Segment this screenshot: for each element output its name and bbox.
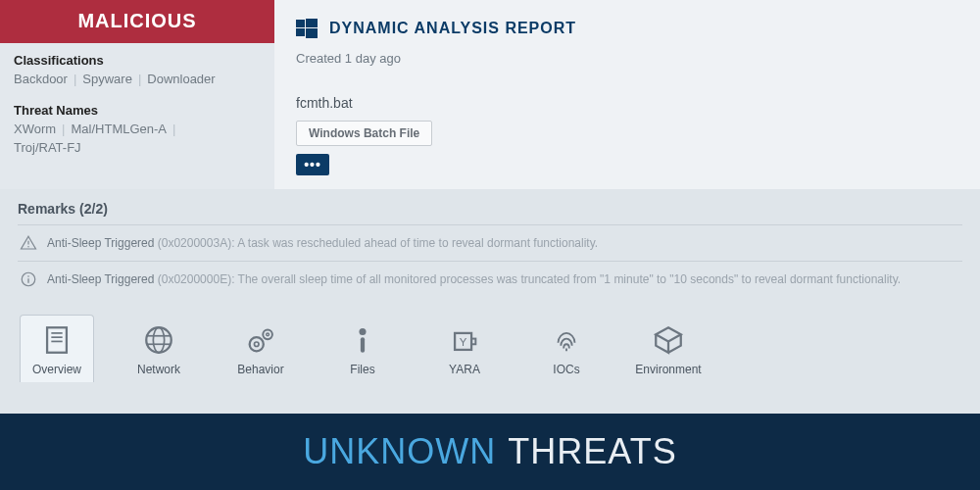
remarks-section: Remarks (2/2) Anti-Sleep Triggered (0x02… bbox=[0, 189, 980, 303]
created-timestamp: Created 1 day ago bbox=[296, 51, 958, 66]
svg-rect-22 bbox=[361, 337, 365, 353]
more-actions-button[interactable]: ••• bbox=[296, 154, 329, 175]
tab-label: IOCs bbox=[553, 363, 579, 376]
windows-icon bbox=[296, 18, 318, 39]
remark-text: A task was rescheduled ahead of time to … bbox=[237, 236, 598, 250]
tab-label: Files bbox=[350, 363, 374, 376]
svg-point-13 bbox=[146, 327, 172, 353]
svg-text:Y: Y bbox=[460, 336, 467, 348]
report-panel: DYNAMIC ANALYSIS REPORT Created 1 day ag… bbox=[274, 0, 980, 189]
tab-label: Behavior bbox=[237, 363, 283, 376]
remark-row: Anti-Sleep Triggered (0x0200000E): The o… bbox=[18, 261, 962, 297]
remarks-header: Remarks (2/2) bbox=[18, 201, 962, 217]
document-icon bbox=[40, 323, 74, 357]
svg-point-18 bbox=[254, 342, 259, 347]
threat-name-item[interactable]: Mal/HTMLGen-A bbox=[72, 122, 168, 136]
cube-icon bbox=[652, 323, 685, 357]
threat-name-item[interactable]: XWorm bbox=[14, 122, 56, 136]
footer-word-2: THREATS bbox=[508, 431, 676, 472]
svg-rect-3 bbox=[306, 28, 318, 38]
svg-rect-0 bbox=[296, 20, 305, 27]
remark-code: (0x0200003A): bbox=[158, 236, 235, 250]
remark-title: Anti-Sleep Triggered bbox=[47, 272, 154, 286]
tab-label: Overview bbox=[32, 363, 81, 376]
svg-point-20 bbox=[267, 333, 270, 336]
svg-rect-1 bbox=[306, 19, 318, 27]
report-title: DYNAMIC ANALYSIS REPORT bbox=[329, 20, 576, 37]
verdict-badge: MALICIOUS bbox=[0, 0, 274, 43]
threat-name-item[interactable]: Troj/RAT-FJ bbox=[14, 140, 81, 155]
tab-files[interactable]: Files bbox=[325, 316, 400, 382]
remark-title: Anti-Sleep Triggered bbox=[47, 236, 154, 250]
classifications-label: Classifications bbox=[14, 53, 261, 68]
footer-banner: UNKNOWN THREATS bbox=[0, 414, 980, 490]
remark-row: Anti-Sleep Triggered (0x0200003A): A tas… bbox=[18, 224, 962, 261]
info-icon bbox=[20, 270, 37, 288]
classification-item[interactable]: Downloader bbox=[147, 72, 215, 86]
classifications-values: Backdoor|Spyware|Downloader bbox=[14, 70, 261, 89]
tab-label: YARA bbox=[449, 363, 480, 376]
remark-code: (0x0200000E): bbox=[158, 272, 235, 286]
tab-iocs[interactable]: IOCs bbox=[529, 316, 604, 382]
filetype-badge: Windows Batch File bbox=[296, 121, 432, 146]
tab-network[interactable]: Network bbox=[122, 316, 196, 382]
gears-icon bbox=[244, 323, 277, 357]
tab-label: Environment bbox=[635, 363, 701, 376]
verdict-panel: MALICIOUS Classifications Backdoor|Spywa… bbox=[0, 0, 274, 189]
tab-environment[interactable]: Environment bbox=[631, 316, 706, 382]
tab-label: Network bbox=[137, 363, 180, 376]
filename: fcmth.bat bbox=[296, 95, 958, 111]
footer-word-1: UNKNOWN bbox=[303, 431, 496, 472]
info-icon bbox=[346, 323, 379, 357]
tab-behavior[interactable]: Behavior bbox=[223, 316, 298, 382]
remark-text: The overall sleep time of all monitored … bbox=[238, 272, 901, 286]
svg-point-17 bbox=[250, 337, 264, 351]
classification-item[interactable]: Spyware bbox=[82, 72, 132, 86]
svg-rect-2 bbox=[296, 28, 305, 36]
fingerprint-icon bbox=[550, 323, 583, 357]
tab-overview[interactable]: Overview bbox=[20, 315, 94, 382]
globe-icon bbox=[142, 323, 175, 357]
threat-names-values: XWorm|Mal/HTMLGen-A|Troj/RAT-FJ bbox=[14, 120, 261, 158]
svg-point-14 bbox=[153, 327, 164, 353]
threat-names-label: Threat Names bbox=[14, 103, 261, 118]
svg-rect-9 bbox=[47, 327, 67, 353]
tabs-row: Overview Network Behavior Files Y YARA I… bbox=[0, 303, 980, 390]
svg-point-19 bbox=[263, 330, 272, 340]
tab-yara[interactable]: Y YARA bbox=[427, 316, 502, 382]
svg-rect-25 bbox=[471, 339, 475, 345]
svg-point-5 bbox=[27, 246, 29, 248]
puzzle-icon: Y bbox=[448, 323, 481, 357]
classification-item[interactable]: Backdoor bbox=[14, 72, 68, 86]
svg-point-7 bbox=[27, 275, 29, 277]
warning-icon bbox=[20, 234, 37, 252]
svg-point-21 bbox=[359, 328, 366, 335]
